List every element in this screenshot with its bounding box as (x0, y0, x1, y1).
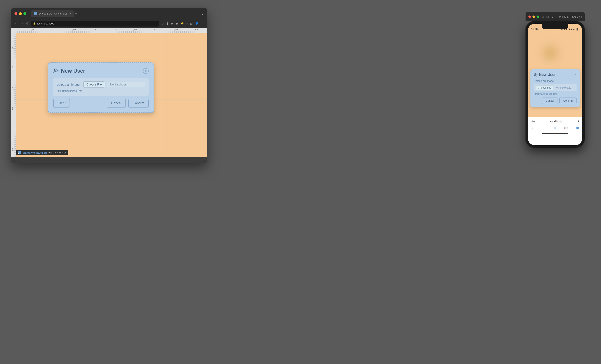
svg-point-6 (534, 73, 536, 75)
close-button[interactable] (14, 12, 17, 15)
browser-window: D Dialog | GUI Challenges × + ⌄ ← → ↺ 🔒 … (11, 8, 207, 163)
iphone-file-row: Choose File no file selected (534, 84, 577, 91)
guide-vertical-1 (45, 33, 45, 157)
iphone-close-button[interactable] (528, 16, 531, 18)
iphone-forward-button[interactable]: → (542, 126, 546, 130)
iphone-aa-button[interactable]: AA (531, 120, 535, 123)
window-expand-icon: ⌄ (201, 12, 204, 15)
svg-point-0 (54, 69, 56, 71)
dialog-header: New User × (53, 68, 149, 74)
iphone-minimize-button[interactable] (532, 16, 535, 18)
iphone-bottombar: AA localhost ↺ ← → ⬆ 📖 ⊞ (528, 117, 582, 145)
iphone-share-button[interactable]: ⬆ (553, 126, 557, 130)
svg-rect-5 (18, 153, 19, 154)
iphone-url-display[interactable]: localhost (550, 120, 562, 123)
traffic-lights (14, 12, 26, 15)
iphone-dialog: New User × Upload an image Choose File n… (531, 69, 580, 107)
max-upload-text: * Maximum upload 1mb (57, 90, 145, 92)
new-tab-button[interactable]: + (75, 11, 77, 16)
dim-icon (18, 151, 21, 154)
iphone-rotate-icon[interactable]: ↻ (551, 15, 554, 18)
active-tab[interactable]: D Dialog | GUI Challenges × (31, 10, 74, 17)
dialog-title-group: New User (53, 68, 85, 74)
dimension-text: 520.29 × 263.17 (48, 151, 66, 154)
tab-close-button[interactable]: × (70, 12, 71, 15)
ruler-horizontal (11, 28, 207, 33)
iphone-dialog-title-group: New User (534, 73, 556, 77)
puzzle-icon[interactable]: ⚡ (180, 22, 184, 26)
dialog-close-button[interactable]: × (143, 68, 149, 74)
tab-favicon: D (34, 12, 37, 15)
dialog-title: New User (61, 68, 85, 74)
iphone-container: ⌂ ⊡ ↻ iPhone 13 – iOS 15.4 10:03 ▲▲▲ ▲▲▲… (526, 12, 585, 148)
user-add-icon (53, 68, 59, 74)
iphone-bookmarks-button[interactable]: 📖 (564, 126, 569, 130)
iphone-back-button[interactable]: ← (531, 126, 535, 130)
browser-toolbar-icons: ⤢ ⬆ ★ ◉ ⚡ ≡ ⊟ 👤 ⋮ (161, 22, 204, 26)
iphone-home-indicator (542, 133, 568, 134)
window-icon[interactable]: ⊟ (190, 22, 193, 26)
iphone-user-add-icon (534, 73, 538, 77)
iphone-dialog-body: Upload an image Choose File no file sele… (534, 79, 577, 95)
menu-icon[interactable]: ⋮ (201, 22, 204, 26)
cancel-button[interactable]: Cancel (107, 99, 126, 108)
iphone-titlebar: ⌂ ⊡ ↻ iPhone 13 – iOS 15.4 (526, 12, 585, 21)
iphone-choose-file-button[interactable]: Choose File (536, 85, 553, 90)
iphone-dialog-header: New User × (534, 73, 577, 77)
upload-icon[interactable]: ⬆ (166, 22, 169, 26)
iphone-tabs-button[interactable]: ⊞ (576, 126, 579, 130)
url-text: localhost:3000 (37, 22, 54, 25)
profile-icon[interactable]: 👤 (195, 22, 199, 26)
dialog-footer: Clear Cancel Confirm (53, 99, 149, 108)
svg-rect-3 (18, 152, 19, 152)
fullscreen-button[interactable] (23, 12, 26, 15)
tab-bar: D Dialog | GUI Challenges × + (31, 10, 199, 17)
iphone-refresh-button[interactable]: ↺ (576, 119, 579, 123)
guide-vertical-2 (166, 33, 166, 157)
ruler-vertical (11, 28, 16, 157)
choose-file-button[interactable]: Choose File (83, 81, 105, 88)
list-icon[interactable]: ≡ (186, 22, 188, 25)
iphone-content: New User × Upload an image Choose File n… (528, 33, 582, 117)
iphone-home-icon[interactable]: ⌂ (542, 15, 544, 18)
iphone-fullscreen-button[interactable] (537, 16, 539, 18)
iphone-time: 10:03 (531, 27, 539, 30)
forward-button[interactable]: → (20, 22, 23, 26)
iphone-max-upload-text: * Maximum upload 1mb (534, 93, 577, 95)
dialog-body: Upload an image Choose File No file chos… (53, 78, 149, 96)
iphone-camera-icon[interactable]: ⊡ (546, 15, 549, 18)
browser-content: New User × Upload an image Choose File N… (11, 28, 207, 157)
iphone-upload-label: Upload an image (534, 79, 577, 82)
svg-rect-4 (20, 152, 20, 152)
guide-horizontal-1 (16, 57, 207, 57)
share-icon[interactable]: ⤢ (161, 22, 164, 26)
clear-button[interactable]: Clear (53, 99, 70, 108)
confirm-button[interactable]: Confirm (128, 99, 149, 108)
circle-icon[interactable]: ◉ (176, 22, 178, 26)
url-bar[interactable]: 🔒 localhost:3000 (31, 21, 159, 27)
iphone-confirm-button[interactable]: Confirm (559, 98, 577, 104)
iphone-title-text: iPhone 13 – iOS 15.4 (559, 15, 582, 18)
upload-label: Upload an image (57, 83, 81, 86)
refresh-button[interactable]: ↺ (26, 22, 29, 26)
iphone-dialog-close-button[interactable]: × (575, 73, 577, 77)
no-file-text: No file chosen (107, 82, 145, 87)
minimize-button[interactable] (19, 12, 22, 15)
new-user-dialog: New User × Upload an image Choose File N… (48, 62, 154, 113)
browser-titlebar: D Dialog | GUI Challenges × + ⌄ (11, 8, 207, 19)
selector-text: dialog#MegaDialog (23, 151, 47, 154)
iphone-screen: 10:03 ▲▲▲ ▲▲▲ ▐▌ (528, 24, 582, 145)
iphone-no-file-text: no file selected (555, 86, 571, 89)
back-button[interactable]: ← (14, 22, 18, 26)
bookmark-icon[interactable]: ★ (171, 22, 174, 26)
iphone-dialog-footer: Cancel Confirm (534, 98, 577, 104)
iphone-dialog-title: New User (539, 73, 556, 77)
file-upload-row: Upload an image Choose File No file chos… (57, 81, 145, 88)
iphone-cancel-button[interactable]: Cancel (542, 98, 558, 104)
signal-icon: ▲▲▲ (568, 28, 575, 30)
battery-icon: ▐▌ (576, 28, 579, 30)
dimension-badge: dialog#MegaDialog 520.29 × 263.17 (16, 150, 68, 155)
browser-urlbar: ← → ↺ 🔒 localhost:3000 ⤢ ⬆ ★ ◉ ⚡ ≡ ⊟ 👤 ⋮ (11, 19, 207, 28)
iphone-background-blob (540, 43, 561, 63)
iphone-frame: 10:03 ▲▲▲ ▲▲▲ ▐▌ (526, 21, 585, 148)
